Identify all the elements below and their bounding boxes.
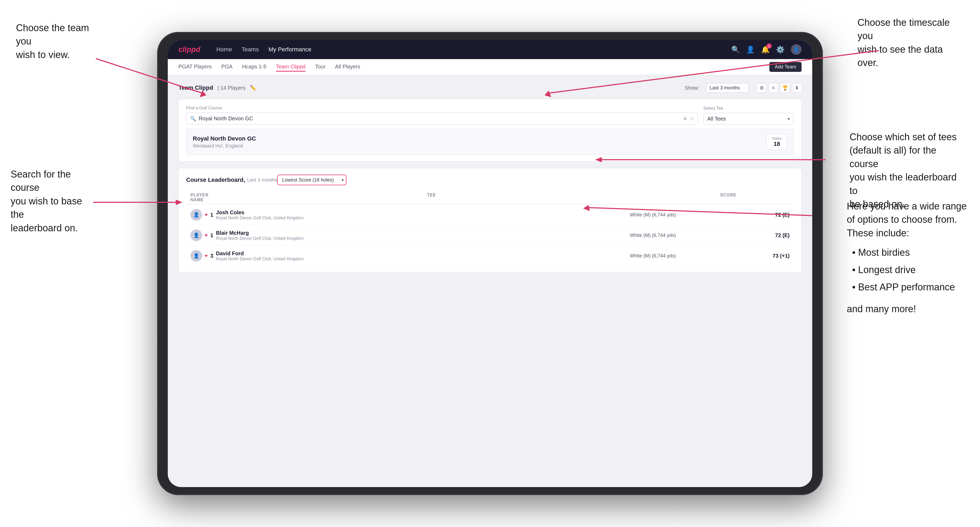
leaderboard-header: Course Leaderboard, Last 3 months Lowest… [186, 175, 794, 185]
player-club-3: Royal North Devon Golf Club, United King… [216, 257, 630, 261]
player-rank-col-2: 👤 ♥ 1 [190, 229, 212, 241]
tablet-frame: clippd Home Teams My Performance 🔍 👤 🔔 1… [157, 32, 823, 495]
search-magnifier-icon: 🔍 [190, 116, 196, 122]
nav-bar: clippd Home Teams My Performance 🔍 👤 🔔 1… [168, 40, 812, 59]
notification-badge: 1 [767, 43, 772, 49]
list-view-icon[interactable]: ≡ [768, 83, 778, 93]
nav-link-home[interactable]: Home [216, 46, 232, 53]
course-result: Royal North Devon GC Westward Ho!, Engla… [186, 129, 794, 155]
score-dropdown[interactable]: Lowest Score (18 holes) Most Birdies Lon… [277, 175, 347, 185]
tab-pgat[interactable]: PGAT Players [178, 62, 212, 71]
course-search-input[interactable] [199, 116, 680, 122]
nav-link-teams[interactable]: Teams [242, 46, 259, 53]
player-tee-2: White (M) (6,744 yds) [630, 233, 736, 238]
clear-icon[interactable]: ✕ [683, 116, 687, 122]
heart-icon-3[interactable]: ♥ [205, 253, 208, 259]
search-row: Find a Golf Course 🔍 ✕ ☆ Select Tee Al [186, 106, 794, 125]
leaderboard-table: PLAYER NAME TEE SCORE 👤 ♥ 1 Josh Coles [186, 190, 794, 266]
avatar[interactable]: 👤 [791, 44, 802, 55]
show-select[interactable]: Last 3 months Last month Last 6 months L… [706, 83, 748, 92]
sub-nav: PGAT Players PGA Hcaps 1-5 Team Clippd T… [168, 59, 812, 75]
table-row: 👤 ♥ 1 Josh Coles Royal North Devon Golf … [186, 205, 794, 225]
score-dropdown-wrap: Lowest Score (18 holes) Most Birdies Lon… [277, 175, 347, 185]
holes-label: Holes [772, 136, 781, 141]
annotation-search: Search for the course you wish to base t… [11, 168, 96, 235]
player-tee-3: White (M) (6,744 yds) [630, 253, 736, 259]
annotation-tee: Choose which set of tees (default is all… [850, 130, 967, 211]
tab-tour[interactable]: Tour [315, 62, 325, 71]
search-icon[interactable]: 🔍 [731, 46, 740, 54]
course-search-input-wrap: 🔍 ✕ ☆ [186, 113, 698, 125]
download-icon[interactable]: ⬇ [792, 83, 802, 93]
add-team-button[interactable]: Add Team [769, 62, 802, 72]
team-title: Team Clippd [178, 84, 213, 91]
player-name-1[interactable]: Josh Coles [216, 210, 630, 216]
tablet-screen: clippd Home Teams My Performance 🔍 👤 🔔 1… [168, 40, 812, 487]
holes-box: Holes 18 [767, 134, 787, 150]
col-header-tee: TEE [212, 193, 630, 202]
tee-dropdown-icon: ▾ [788, 116, 790, 121]
player-rank-col-1: 👤 ♥ 1 [190, 209, 212, 221]
annotation-top-left: Choose the team you wish to view. [16, 21, 101, 62]
annotation-options: Here you have a wide range of options to… [847, 200, 967, 316]
tee-col: Select Tee All Tees White Tees Yellow Te… [703, 106, 794, 125]
course-name: Royal North Devon GC [193, 135, 256, 142]
tab-pga[interactable]: PGA [221, 62, 232, 71]
player-avatar-1: 👤 [190, 209, 202, 221]
player-avatar-2: 👤 [190, 229, 202, 241]
player-club-1: Royal North Devon Golf Club, United King… [216, 216, 630, 221]
player-score-3: 73 (+1) [736, 253, 790, 259]
select-tee-label: Select Tee [703, 106, 794, 111]
player-name-2[interactable]: Blair McHarg [216, 230, 630, 236]
annotation-top-right: Choose the timescale you wish to see the… [858, 16, 964, 70]
nav-link-performance[interactable]: My Performance [269, 46, 311, 53]
bell-icon[interactable]: 🔔 1 [761, 46, 770, 54]
option-2: • Longest drive [852, 261, 967, 279]
favorite-icon[interactable]: ☆ [690, 116, 694, 122]
option-1: • Most birdies [852, 244, 967, 261]
table-row: 👤 ♥ 1 Blair McHarg Royal North Devon Gol… [186, 225, 794, 246]
course-search-box: Find a Golf Course 🔍 ✕ ☆ Select Tee Al [178, 99, 802, 162]
col-header-player: PLAYER NAME [190, 193, 212, 202]
leaderboard-section: Course Leaderboard, Last 3 months Lowest… [178, 168, 802, 273]
tee-select[interactable]: All Tees White Tees Yellow Tees Red Tees [707, 116, 785, 122]
show-label: Show: [684, 85, 699, 91]
team-count: | 14 Players [217, 85, 245, 91]
nav-icons: 🔍 👤 🔔 1 ⚙️ 👤 [731, 44, 802, 55]
settings-icon[interactable]: ⚙️ [776, 46, 784, 54]
tab-team-clippd[interactable]: Team Clippd [276, 62, 305, 71]
player-name-3[interactable]: David Ford [216, 251, 630, 257]
course-location: Westward Ho!, England [193, 143, 256, 149]
heart-icon-2[interactable]: ♥ [205, 233, 208, 238]
player-avatar-3: 👤 [190, 250, 202, 262]
player-info-3: David Ford Royal North Devon Golf Club, … [212, 251, 630, 261]
player-rank-col-3: 👤 ♥ 3 [190, 250, 212, 262]
course-info: Royal North Devon GC Westward Ho!, Engla… [193, 135, 256, 149]
view-icons: ⊞ ≡ 🏆 ⬇ [757, 83, 802, 93]
tab-all-players[interactable]: All Players [335, 62, 360, 71]
player-info-1: Josh Coles Royal North Devon Golf Club, … [212, 210, 630, 221]
player-score-2: 72 (E) [736, 232, 790, 238]
team-header: Team Clippd | 14 Players ✏️ Show: Last 3… [178, 83, 802, 93]
player-score-1: 72 (E) [736, 212, 790, 218]
player-club-2: Royal North Devon Golf Club, United King… [216, 236, 630, 241]
player-tee-1: White (M) (6,744 yds) [630, 212, 736, 218]
leaderboard-period: Last 3 months [247, 177, 277, 183]
main-content: Team Clippd | 14 Players ✏️ Show: Last 3… [168, 75, 812, 281]
trophy-icon[interactable]: 🏆 [780, 83, 790, 93]
people-icon[interactable]: 👤 [746, 46, 755, 54]
tab-hcaps[interactable]: Hcaps 1-5 [242, 62, 266, 71]
edit-icon[interactable]: ✏️ [250, 85, 256, 91]
holes-value: 18 [772, 141, 781, 148]
tee-select-wrap: All Tees White Tees Yellow Tees Red Tees… [703, 113, 794, 125]
nav-logo: clippd [178, 45, 200, 54]
find-course-label: Find a Golf Course [186, 106, 698, 110]
grid-view-icon[interactable]: ⊞ [757, 83, 767, 93]
heart-icon-1[interactable]: ♥ [205, 212, 208, 218]
nav-links: Home Teams My Performance [216, 46, 311, 53]
col-header-score: SCORE [630, 193, 736, 202]
table-header: PLAYER NAME TEE SCORE [186, 190, 794, 205]
and-more: and many more! [847, 302, 967, 316]
table-row: 👤 ♥ 3 David Ford Royal North Devon Golf … [186, 246, 794, 266]
player-info-2: Blair McHarg Royal North Devon Golf Club… [212, 230, 630, 241]
